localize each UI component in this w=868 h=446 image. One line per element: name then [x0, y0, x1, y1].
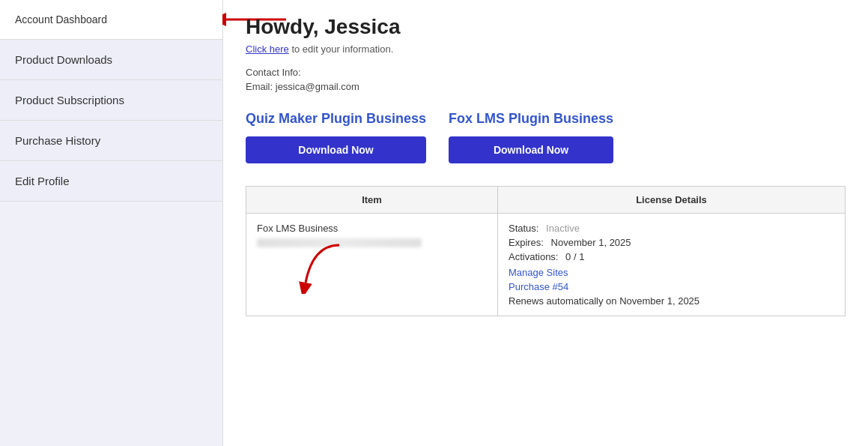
table-row: Fox LMS Business: [246, 214, 846, 316]
sidebar-item-label: Product Downloads: [15, 53, 112, 66]
red-arrow-bottom-icon: [291, 241, 350, 294]
renews-text: Renews automatically on November 1, 2025: [509, 295, 699, 307]
table-cell-item: Fox LMS Business: [246, 214, 498, 316]
email-label: Email:: [246, 81, 273, 92]
sidebar-item-label: Account Dashboard: [15, 13, 107, 25]
item-name: Fox LMS Business: [257, 223, 487, 234]
sidebar: Account Dashboard Product Downloads Prod…: [0, 0, 223, 446]
product-title-fox-lms: Fox LMS Plugin Business: [449, 110, 613, 127]
license-table: Item License Details Fox LMS Business: [246, 186, 846, 316]
sidebar-item-label: Product Subscriptions: [15, 94, 124, 106]
status-line: Status: Inactive: [509, 223, 834, 234]
download-button-fox-lms[interactable]: Download Now: [449, 136, 613, 163]
expires-line: Expires: November 1, 2025: [509, 237, 834, 248]
edit-link-line: Click here to edit your information.: [246, 43, 846, 55]
table-cell-license: Status: Inactive Expires: November 1, 20…: [498, 214, 846, 316]
sidebar-item-product-subscriptions[interactable]: Product Subscriptions: [0, 80, 222, 121]
activations-line: Activations: 0 / 1: [509, 251, 834, 262]
license-table-container: Item License Details Fox LMS Business: [246, 186, 846, 316]
email-value: jessica@gmail.com: [276, 81, 359, 92]
table-col2-header: License Details: [498, 187, 846, 214]
edit-link-suffix: to edit your information.: [289, 43, 393, 55]
renews-line: Renews automatically on November 1, 2025: [509, 295, 834, 307]
purchase-link[interactable]: Purchase #54: [509, 281, 834, 292]
table-col1-header: Item: [246, 187, 498, 214]
product-title-quiz-maker: Quiz Maker Plugin Business: [246, 110, 426, 127]
sidebar-item-label: Edit Profile: [15, 175, 70, 187]
status-label: Status:: [509, 223, 538, 234]
sidebar-item-edit-profile[interactable]: Edit Profile: [0, 161, 222, 202]
contact-info-label: Contact Info:: [246, 67, 846, 78]
activations-value: 0 / 1: [565, 251, 584, 262]
activations-label: Activations:: [509, 251, 558, 262]
email-line: Email: jessica@gmail.com: [246, 81, 846, 92]
product-cards-container: Quiz Maker Plugin Business Download Now …: [246, 110, 846, 163]
manage-sites-link[interactable]: Manage Sites: [509, 267, 834, 278]
sidebar-item-account-dashboard[interactable]: Account Dashboard: [0, 0, 222, 40]
main-content: Howdy, Jessica Click here to edit your i…: [223, 0, 868, 446]
product-card-quiz-maker: Quiz Maker Plugin Business Download Now: [246, 110, 426, 163]
product-card-fox-lms: Fox LMS Plugin Business Download Now: [449, 110, 613, 163]
edit-profile-link[interactable]: Click here: [246, 43, 289, 55]
sidebar-item-product-downloads[interactable]: Product Downloads: [0, 40, 222, 80]
expires-label: Expires:: [509, 237, 544, 248]
greeting-heading: Howdy, Jessica: [246, 15, 846, 39]
contact-section: Contact Info: Email: jessica@gmail.com: [246, 67, 846, 92]
expires-value: November 1, 2025: [551, 237, 631, 248]
sidebar-item-purchase-history[interactable]: Purchase History: [0, 121, 222, 161]
status-value: Inactive: [546, 223, 580, 234]
sidebar-item-label: Purchase History: [15, 134, 100, 147]
download-button-quiz-maker[interactable]: Download Now: [246, 136, 426, 163]
